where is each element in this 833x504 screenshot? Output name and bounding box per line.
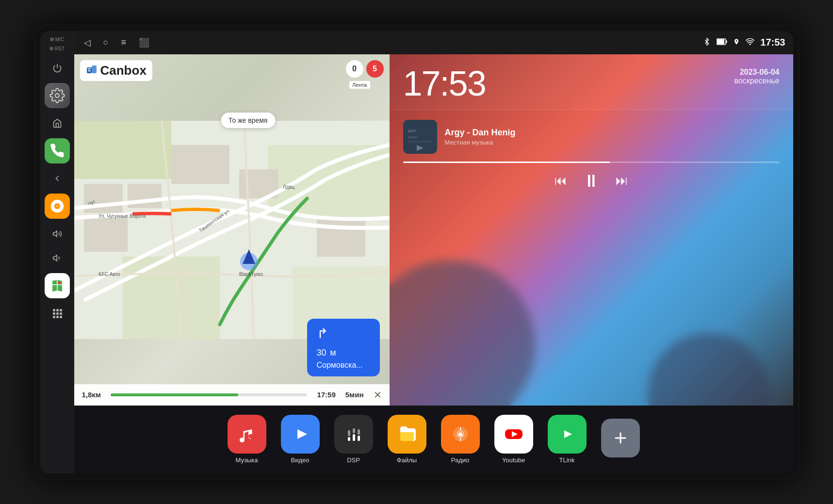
battery-icon	[717, 38, 727, 47]
svg-rect-13	[56, 316, 59, 318]
svg-rect-20	[74, 121, 171, 179]
settings-button[interactable]	[45, 83, 70, 108]
music-widget: ДАН ХЕНИГ Argy - Dan Henig Местная музык…	[390, 110, 793, 406]
album-art: ДАН ХЕНИГ	[403, 120, 437, 154]
app-icon-dsp	[334, 415, 373, 454]
canbox-text: Canbox	[100, 63, 147, 78]
rst-dot	[49, 47, 53, 50]
nav-direction-icon: ↱	[317, 325, 370, 341]
map-counter-zero: 0	[346, 60, 363, 78]
device-screen: MIC RST	[40, 31, 793, 473]
map-counter: 0 5	[346, 60, 384, 78]
home-button[interactable]	[47, 113, 68, 134]
app-item-tlink[interactable]: TLink	[543, 415, 591, 464]
svg-rect-52	[358, 436, 360, 441]
nav-screenshot-button[interactable]: ⬛	[137, 35, 151, 50]
map-distance: 1,8км	[82, 390, 101, 399]
nav-home-button[interactable]: ○	[101, 35, 111, 49]
svg-text:ДАН: ДАН	[408, 129, 416, 133]
map-eta-duration: 5мин	[345, 390, 364, 399]
music-sidebar-button[interactable]	[45, 194, 70, 219]
app-icon-tlink	[548, 415, 587, 454]
map-progress-fill	[111, 393, 239, 396]
nav-street: Сормовска...	[317, 361, 370, 370]
app-label-video: Видео	[291, 456, 310, 464]
app-item-youtube[interactable]: Youtube	[490, 415, 538, 464]
app-item-radio[interactable]: FM Радио	[436, 415, 485, 464]
app-item-files[interactable]: Файлы	[383, 415, 431, 464]
clock-date-value: 2023-06-04	[735, 68, 780, 77]
svg-text:FM: FM	[458, 434, 463, 437]
clock-date: 2023-06-04 воскресенье	[735, 68, 780, 85]
map-background: Чуг. Ул. Чугунные Ворота Ташкентская ул.…	[74, 54, 390, 406]
svg-text:Ул. Чугунные Ворота: Ул. Чугунные Ворота	[98, 213, 146, 219]
map-close-button[interactable]: ✕	[374, 389, 382, 401]
location-icon	[733, 38, 740, 47]
music-title: Argy - Dan Henig	[445, 128, 780, 138]
nav-menu-button[interactable]: ≡	[119, 35, 128, 49]
svg-marker-3	[53, 255, 57, 261]
svg-rect-11	[60, 312, 62, 315]
power-button[interactable]	[47, 57, 68, 79]
svg-rect-17	[726, 40, 727, 43]
svg-rect-8	[60, 309, 62, 311]
svg-rect-27	[171, 145, 229, 184]
app-icon-add	[601, 419, 640, 457]
music-artist: Местная музыка	[445, 139, 780, 146]
map-bottom-bar: 1,8км 17:59 5мин ✕	[74, 384, 390, 406]
svg-rect-14	[60, 316, 62, 318]
app-label-tlink: TLink	[559, 456, 575, 464]
map-widget[interactable]: Чуг. Ул. Чугунные Ворота Ташкентская ул.…	[74, 54, 390, 406]
mic-dot	[50, 37, 54, 41]
app-item-add[interactable]	[596, 419, 645, 460]
svg-rect-16	[717, 39, 724, 44]
svg-rect-24	[84, 184, 123, 213]
clock-widget: 17:53 2023-06-04 воскресенье	[390, 54, 793, 110]
phone-button[interactable]	[45, 138, 70, 163]
top-bar: ◁ ○ ≡ ⬛	[74, 31, 793, 54]
svg-rect-48	[348, 437, 350, 441]
svg-rect-10	[56, 312, 59, 315]
svg-marker-2	[53, 231, 57, 237]
status-bar: 17:53	[703, 37, 785, 48]
svg-text:BlackTyres: BlackTyres	[239, 272, 263, 277]
app-item-dsp[interactable]: DSP	[329, 415, 378, 464]
nav-distance: 30 м	[317, 343, 370, 359]
app-item-video[interactable]: Видео	[276, 415, 325, 464]
app-label-dsp: DSP	[347, 456, 360, 464]
svg-rect-49	[348, 430, 350, 436]
maps-sidebar-button[interactable]	[45, 273, 70, 298]
svg-text:ХЕНИГ: ХЕНИГ	[408, 136, 418, 139]
music-progress[interactable]	[403, 162, 780, 163]
app-dock: Музыка Видео	[74, 406, 793, 473]
music-next-button[interactable]: ⏭	[616, 173, 628, 188]
wifi-icon	[746, 38, 754, 47]
back-button[interactable]	[47, 168, 68, 189]
right-panel: 17:53 2023-06-04 воскресенье	[390, 54, 793, 406]
music-controls: ⏮ ⏸ ⏭	[403, 171, 780, 191]
clock-time: 17:53	[760, 37, 785, 48]
svg-rect-40	[88, 68, 91, 69]
svg-rect-29	[317, 218, 365, 257]
mic-indicator: MIC	[50, 37, 64, 42]
svg-rect-41	[88, 70, 91, 71]
canbox-icon	[86, 64, 98, 78]
app-item-music[interactable]: Музыка	[223, 415, 271, 464]
svg-rect-25	[128, 184, 162, 208]
music-pause-button[interactable]: ⏸	[583, 171, 600, 191]
device-outer: MIC RST	[33, 24, 800, 480]
nav-back-button[interactable]: ◁	[82, 35, 93, 50]
svg-point-5	[58, 281, 61, 284]
canbox-logo: Canbox	[80, 60, 152, 81]
nav-controls: ◁ ○ ≡ ⬛	[82, 35, 151, 50]
music-prev-button[interactable]: ⏮	[555, 173, 567, 188]
rst-indicator: RST	[49, 46, 65, 51]
map-tooltip: То же время	[221, 113, 275, 128]
volume-down-button[interactable]	[47, 247, 68, 269]
apps-grid-button[interactable]	[47, 303, 68, 324]
volume-up-button[interactable]	[47, 223, 68, 244]
svg-rect-21	[268, 145, 390, 218]
app-label-music: Музыка	[236, 456, 258, 464]
music-top: ДАН ХЕНИГ Argy - Dan Henig Местная музык…	[403, 120, 780, 154]
app-label-youtube: Youtube	[502, 456, 525, 464]
